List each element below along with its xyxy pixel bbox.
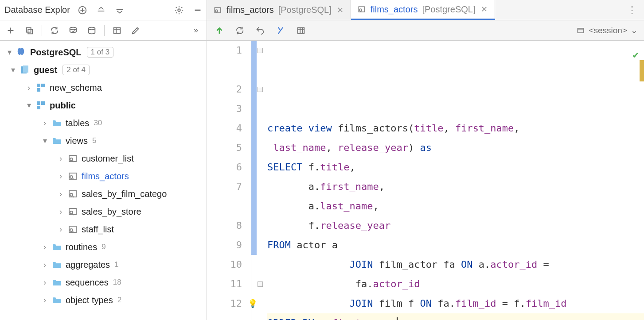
svg-rect-29: [298, 27, 304, 33]
selection-column: [251, 41, 257, 320]
chevron-right-icon[interactable]: ›: [57, 208, 65, 216]
tree-view-label: customer_list: [82, 154, 134, 164]
tree-folder-label: tables: [66, 118, 89, 128]
svg-rect-30: [578, 28, 584, 33]
add-datasource-icon[interactable]: [76, 4, 89, 16]
database-explorer-panel: Database Explor » ▾ PostgreSQ: [0, 0, 207, 320]
tree-view-item[interactable]: ›sales_by_film_catego: [0, 185, 207, 203]
tree-folder-object-types[interactable]: › object types 2: [0, 291, 207, 309]
folder-icon: [51, 259, 62, 270]
close-icon[interactable]: ✕: [336, 5, 344, 15]
session-selector[interactable]: <session> ⌄: [576, 25, 638, 35]
tree-view-item[interactable]: ›sales_by_store: [0, 203, 207, 220]
settings-icon[interactable]: [173, 4, 185, 16]
svg-rect-8: [23, 66, 28, 73]
new-icon[interactable]: [4, 24, 17, 37]
stop-icon[interactable]: [67, 24, 79, 37]
close-icon[interactable]: ✕: [480, 4, 488, 14]
rollback-icon[interactable]: [254, 24, 266, 37]
chevron-right-icon[interactable]: ›: [57, 172, 65, 180]
chevron-right-icon[interactable]: ›: [41, 296, 49, 304]
expand-all-icon[interactable]: [113, 4, 126, 16]
edit-icon[interactable]: [129, 24, 142, 37]
collapse-all-icon[interactable]: [95, 4, 107, 16]
svg-point-16: [70, 158, 73, 161]
chevron-right-icon[interactable]: ›: [41, 278, 49, 286]
svg-rect-13: [41, 101, 45, 105]
code-area[interactable]: ✔ create view films_actors(title, first_…: [265, 41, 644, 320]
tree-schema-label: public: [50, 100, 76, 111]
upload-icon[interactable]: [213, 24, 226, 37]
duplicate-icon[interactable]: [23, 24, 35, 37]
chevron-right-icon[interactable]: ›: [41, 119, 49, 127]
chevron-down-icon[interactable]: ▾: [25, 101, 33, 109]
fold-toggle-icon[interactable]: [258, 48, 263, 53]
tree-folder-aggregates[interactable]: › aggregates 1: [0, 256, 207, 274]
chevron-right-icon[interactable]: ›: [57, 190, 65, 198]
session-label: <session>: [589, 26, 627, 35]
tree-view-item[interactable]: ›customer_list: [0, 150, 207, 167]
chevron-right-icon[interactable]: ›: [41, 261, 49, 269]
tree-schema-public[interactable]: ▾ public: [0, 96, 207, 114]
tabbar-more-icon[interactable]: ⋮: [620, 4, 644, 16]
sidebar-toolbar: »: [0, 20, 207, 41]
tab-label: films_actors: [371, 4, 418, 15]
editor-panel: films_actors[PostgreSQL]✕films_actors[Po…: [207, 0, 644, 320]
tree-view-label: sales_by_store: [82, 207, 141, 217]
code-editor[interactable]: 123456789101112 ✔ create view films_acto…: [207, 41, 644, 320]
tree-folder-tables[interactable]: › tables 30: [0, 114, 207, 132]
tree-schema-label: new_schema: [50, 83, 102, 93]
tree-root-postgresql[interactable]: ▾ PostgreSQL 1 of 3: [0, 43, 207, 61]
line-gutter: 123456789101112: [207, 41, 251, 320]
editor-tab[interactable]: films_actors[PostgreSQL]✕: [207, 0, 351, 20]
refresh-icon[interactable]: [48, 24, 61, 37]
intention-bulb-icon[interactable]: 💡: [248, 294, 258, 313]
svg-rect-9: [37, 84, 40, 87]
tree-view-label: films_actors: [82, 171, 129, 181]
refresh-icon[interactable]: [234, 24, 246, 37]
fold-column[interactable]: [257, 41, 265, 320]
tree-folder-count: 9: [101, 243, 105, 251]
chevron-right-icon[interactable]: ›: [41, 243, 49, 251]
postgres-icon: [16, 47, 27, 58]
table-view-icon[interactable]: [295, 24, 307, 37]
view-icon: [357, 5, 366, 14]
database-tree[interactable]: ▾ PostgreSQL 1 of 3 ▾ guest 2 of 4 › new…: [0, 41, 207, 320]
tree-schema-new[interactable]: › new_schema: [0, 79, 207, 96]
minimize-icon[interactable]: [191, 4, 204, 16]
tree-folder-label: routines: [66, 242, 97, 252]
tree-view-label: sales_by_film_catego: [82, 189, 167, 199]
fold-toggle-icon[interactable]: [258, 281, 263, 287]
view-icon: [67, 206, 78, 217]
schema-icon: [35, 82, 46, 93]
editor-toolbar: <session> ⌄: [207, 20, 644, 41]
merge-icon[interactable]: [274, 24, 287, 37]
disconnect-icon[interactable]: [86, 24, 98, 37]
check-ok-icon: ✔: [633, 45, 639, 65]
warning-stripe[interactable]: [640, 60, 644, 81]
chevron-right-icon[interactable]: ›: [25, 84, 33, 92]
tree-view-label: staff_list: [82, 224, 114, 235]
chevron-down-icon[interactable]: ▾: [9, 66, 17, 74]
table-icon[interactable]: [111, 24, 123, 37]
chevron-right-icon[interactable]: ›: [57, 154, 65, 162]
tree-db-guest[interactable]: ▾ guest 2 of 4: [0, 61, 207, 79]
editor-tab[interactable]: films_actors[PostgreSQL]✕: [351, 0, 495, 20]
tab-context: [PostgreSQL]: [422, 4, 475, 15]
tree-folder-sequences[interactable]: › sequences 18: [0, 274, 207, 291]
tab-context: [PostgreSQL]: [278, 5, 332, 15]
tab-label: films_actors: [226, 5, 274, 15]
tree-folder-routines[interactable]: › routines 9: [0, 238, 207, 256]
chevron-right-icon[interactable]: ›: [57, 225, 65, 233]
tree-folder-label: aggregates: [66, 260, 110, 270]
tree-folder-count: 2: [117, 296, 121, 305]
tree-view-item[interactable]: ›films_actors: [0, 167, 207, 185]
fold-toggle-icon[interactable]: [258, 87, 263, 92]
chevron-down-icon[interactable]: ▾: [5, 48, 13, 56]
tree-view-item[interactable]: ›staff_list: [0, 220, 207, 238]
editor-tabbar: films_actors[PostgreSQL]✕films_actors[Po…: [207, 0, 644, 20]
more-icon[interactable]: »: [190, 24, 202, 37]
tree-folder-views[interactable]: ▾ views 5: [0, 132, 207, 150]
chevron-down-icon[interactable]: ▾: [41, 137, 49, 145]
view-icon: [67, 171, 78, 181]
